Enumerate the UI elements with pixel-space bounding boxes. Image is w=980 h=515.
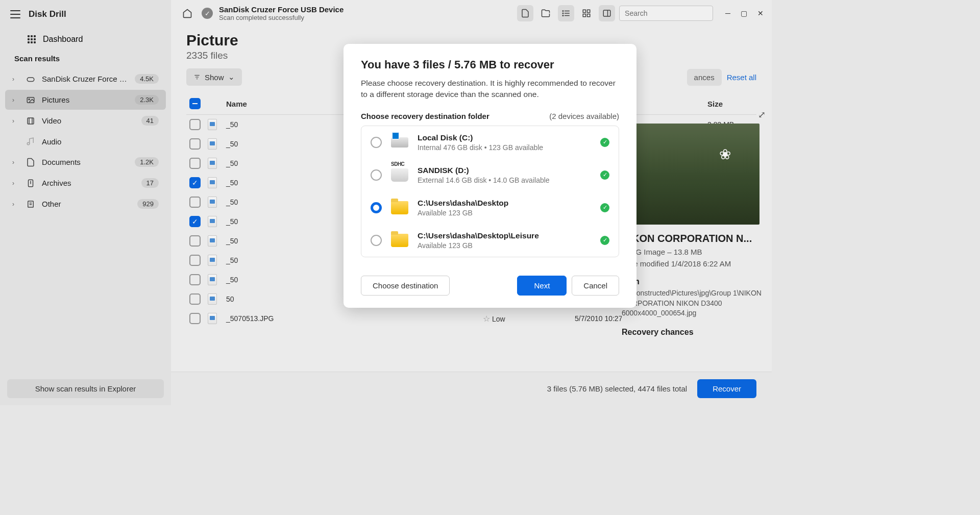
destination-detail: Internal 476 GB disk • 123 GB available [418,143,592,152]
destination-radio[interactable] [371,169,382,181]
destination-name: C:\Users\dasha\Desktop\Leisure [418,231,592,240]
destination-name: SANDISK (D:) [418,166,592,175]
destination-name: C:\Users\dasha\Desktop [418,199,592,208]
folder-icon [391,201,408,214]
modal-devices-available: (2 devices available) [549,112,619,120]
check-icon: ✓ [600,138,609,147]
folder-icon [391,234,408,247]
recovery-modal: You have 3 files / 5.76 MB to recover Pl… [344,44,636,308]
next-button[interactable]: Next [517,276,567,296]
disk-icon [391,137,408,148]
check-icon: ✓ [600,236,609,245]
choose-destination-button[interactable]: Choose destination [361,276,450,296]
destination-item[interactable]: SANDISK (D:)External 14.6 GB disk • 14.0… [361,159,619,191]
destination-detail: Available 123 GB [418,209,592,217]
destination-radio[interactable] [371,202,382,213]
destination-item[interactable]: C:\Users\dasha\DesktopAvailable 123 GB✓ [361,191,619,224]
modal-overlay: You have 3 files / 5.76 MB to recover Pl… [0,0,772,405]
destination-radio[interactable] [371,235,382,246]
destination-item[interactable]: Local Disk (C:)Internal 476 GB disk • 12… [361,126,619,159]
destination-list: Local Disk (C:)Internal 476 GB disk • 12… [361,126,619,257]
modal-subheader-left: Choose recovery destination folder [361,112,489,120]
sd-card-icon [391,168,408,182]
modal-description: Please choose recovery destination. It i… [361,78,619,101]
check-icon: ✓ [600,170,609,180]
destination-detail: Available 123 GB [418,241,592,250]
destination-detail: External 14.6 GB disk • 14.0 GB availabl… [418,176,592,184]
destination-name: Local Disk (C:) [418,133,592,142]
cancel-button[interactable]: Cancel [572,276,619,296]
destination-radio[interactable] [371,137,382,148]
modal-title: You have 3 files / 5.76 MB to recover [361,58,619,71]
check-icon: ✓ [600,203,609,212]
destination-item[interactable]: C:\Users\dasha\Desktop\LeisureAvailable … [361,224,619,257]
